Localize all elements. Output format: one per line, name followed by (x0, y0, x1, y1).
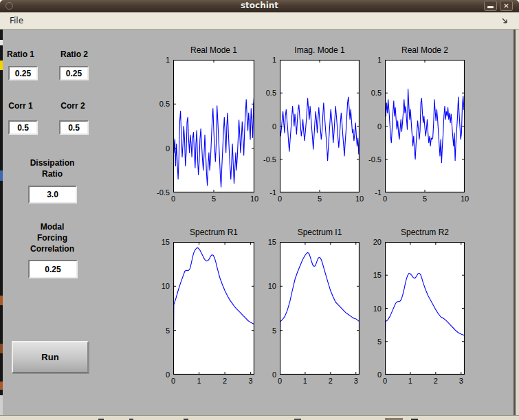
window-title: stochint (0, 1, 519, 10)
y-tick-label: 0.5 (371, 89, 382, 97)
y-tick-label: -1 (375, 188, 382, 197)
x-tick-label: 3 (354, 377, 358, 385)
x-tick-label: 5 (318, 195, 322, 203)
y-tick-label: 1 (377, 56, 382, 64)
plot-title: Imag. Mode 1 (259, 45, 380, 55)
y-tick-label: 0.5 (266, 89, 276, 97)
x-tick-label: 10 (355, 195, 364, 203)
plot-spectrum-i1: 0123051015Spectrum I1 (280, 242, 360, 375)
y-tick-label: -0.5 (157, 188, 170, 197)
ratio1-input[interactable] (8, 66, 38, 80)
close-button[interactable]: ✕ (500, 1, 513, 11)
y-tick-label: 10 (162, 282, 170, 290)
x-tick-label: 2 (329, 377, 333, 385)
x-tick-label: 0 (383, 195, 387, 203)
window-titlebar: stochint ✕ (0, 0, 519, 12)
y-tick-label: 0 (377, 371, 382, 379)
window-bottom-border (0, 415, 519, 420)
corr2-input[interactable] (59, 120, 89, 135)
y-tick-label: 10 (373, 305, 382, 313)
y-tick-label: 5 (377, 338, 382, 346)
x-tick-label: 3 (459, 377, 463, 385)
plot-title: Real Mode 2 (364, 45, 485, 55)
x-tick-label: 0 (278, 195, 282, 203)
x-tick-label: 0 (383, 377, 387, 385)
x-tick-label: 5 (423, 195, 427, 203)
plot-real-mode-1: 0510-0.500.51Real Mode 1 (173, 60, 254, 192)
run-button[interactable]: Run (12, 341, 89, 373)
x-tick-label: 10 (250, 195, 258, 203)
plot-spectrum-r2: 012305101520Spectrum R2 (385, 242, 465, 375)
y-tick-label: 15 (373, 271, 382, 279)
x-tick-label: 10 (461, 195, 469, 203)
minimize-button[interactable] (484, 1, 497, 11)
modal-forcing-correlation-label: Modal Forcing Correlation (18, 221, 87, 254)
x-tick-label: 1 (303, 377, 307, 385)
x-tick-label: 0 (278, 377, 282, 385)
y-tick-label: 0 (272, 122, 276, 131)
y-tick-label: -0.5 (368, 155, 382, 164)
y-tick-label: 5 (272, 327, 276, 335)
plot-title: Spectrum I1 (259, 228, 380, 237)
x-tick-label: 5 (212, 195, 216, 203)
menu-item-file[interactable]: File (8, 16, 25, 25)
dissipation-ratio-label: Dissipation Ratio (18, 157, 87, 179)
plot-spectrum-r1: 0123051015Spectrum R1 (173, 242, 254, 375)
y-tick-label: 10 (268, 282, 276, 290)
y-tick-label: 0 (166, 144, 170, 153)
dock-arrow-icon[interactable] (502, 18, 508, 24)
app-window: stochint ✕ File Ratio 1 Ratio 2 Corr 1 C… (0, 0, 519, 420)
x-tick-label: 0 (171, 377, 175, 385)
plot-imag-mode-1: 0510-1-0.500.51Imag. Mode 1 (280, 60, 360, 192)
desktop-artifact-left (0, 30, 3, 415)
menu-bar: File (0, 12, 519, 30)
dissipation-ratio-input[interactable] (28, 186, 77, 203)
y-tick-label: 20 (373, 238, 382, 246)
y-tick-label: 0.5 (159, 100, 170, 108)
ratio1-label: Ratio 1 (3, 49, 38, 60)
ratio2-label: Ratio 2 (56, 49, 92, 60)
window-right-frame (516, 30, 519, 415)
y-tick-label: 1 (166, 56, 170, 64)
corr2-label: Corr 2 (55, 100, 91, 111)
y-tick-label: 0 (166, 371, 170, 379)
y-tick-label: 5 (166, 327, 170, 335)
x-tick-label: 2 (434, 377, 438, 385)
y-tick-label: 0 (272, 371, 276, 379)
x-tick-label: 0 (171, 195, 175, 203)
y-tick-label: 15 (268, 238, 276, 246)
corr1-input[interactable] (8, 120, 38, 135)
corr1-label: Corr 1 (3, 100, 38, 111)
modal-forcing-correlation-input[interactable] (28, 260, 78, 278)
x-tick-label: 1 (197, 377, 201, 385)
y-tick-label: 1 (272, 56, 276, 64)
minimize-icon (487, 6, 494, 8)
ratio2-input[interactable] (59, 66, 89, 80)
figure-canvas: Ratio 1 Ratio 2 Corr 1 Corr 2 Dissipatio… (0, 30, 519, 415)
plot-real-mode-2: 0510-1-0.500.51Real Mode 2 (385, 60, 465, 192)
y-tick-label: -0.5 (263, 155, 276, 164)
x-tick-label: 3 (249, 377, 253, 385)
plot-title: Spectrum R2 (364, 228, 485, 237)
y-tick-label: 15 (162, 238, 170, 246)
x-tick-label: 2 (223, 377, 227, 385)
x-tick-label: 1 (408, 377, 412, 385)
plot-title: Spectrum R1 (153, 228, 275, 237)
y-tick-label: -1 (269, 188, 276, 197)
plot-title: Real Mode 1 (153, 45, 275, 55)
y-tick-label: 0 (377, 122, 382, 131)
